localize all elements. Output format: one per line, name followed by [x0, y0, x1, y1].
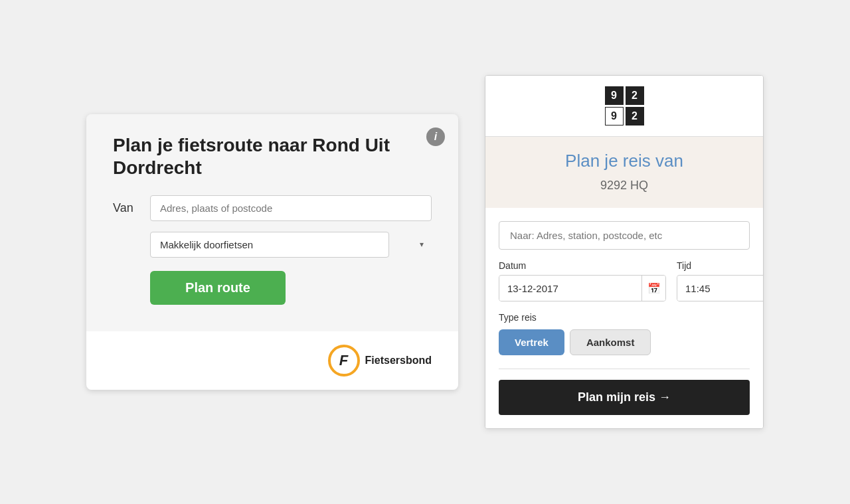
datum-input-wrapper: 📅 — [499, 275, 666, 301]
from-label: Van — [113, 201, 139, 215]
vertrek-button[interactable]: Vertrek — [499, 329, 564, 355]
right-title-section: Plan je reis van 9292 HQ — [485, 137, 763, 209]
tijd-group: Tijd 🕐 — [677, 260, 764, 301]
tijd-label: Tijd — [677, 260, 764, 271]
plan-reis-button[interactable]: Plan mijn reis → — [499, 380, 750, 415]
calendar-icon[interactable]: 📅 — [641, 276, 665, 301]
right-widget: 9 2 9 2 Plan je reis van 9292 HQ Datum 📅… — [485, 75, 764, 430]
datum-label: Datum — [499, 260, 666, 271]
info-icon[interactable]: i — [426, 127, 445, 146]
address-input[interactable] — [150, 195, 432, 221]
plan-route-button[interactable]: Plan route — [150, 271, 286, 305]
right-body: Datum 📅 Tijd 🕐 Type reis Vertrek Aankoms… — [485, 208, 763, 428]
left-title: Plan je fietsroute naar Rond Uit Dordrec… — [113, 134, 432, 179]
from-row: Van — [113, 195, 432, 221]
divider — [499, 369, 750, 369]
tijd-input[interactable] — [677, 276, 764, 301]
left-widget: i Plan je fietsroute naar Rond Uit Dordr… — [86, 114, 458, 389]
right-subtitle: 9292 HQ — [600, 179, 648, 192]
9292-logo: 9 2 9 2 — [605, 86, 644, 126]
logo-cell-2-top: 2 — [626, 86, 644, 105]
right-header: 9 2 9 2 — [485, 76, 763, 137]
datetime-row: Datum 📅 Tijd 🕐 — [499, 260, 750, 301]
tijd-input-wrapper: 🕐 — [677, 275, 764, 301]
logo-cell-2-bottom: 2 — [626, 107, 644, 126]
toggle-buttons: Vertrek Aankomst — [499, 329, 750, 355]
datum-input[interactable] — [499, 276, 641, 301]
left-top-section: i Plan je fietsroute naar Rond Uit Dordr… — [86, 114, 458, 331]
logo-cell-9-bottom: 9 — [605, 107, 624, 126]
fietsersbond-logo: F Fietsersbond — [328, 345, 432, 377]
datum-group: Datum 📅 — [499, 260, 666, 301]
route-type-wrapper: Makkelijk doorfietsen Sportief fietsen S… — [150, 232, 432, 258]
logo-cell-9-top: 9 — [605, 86, 624, 105]
route-type-select[interactable]: Makkelijk doorfietsen Sportief fietsen S… — [150, 232, 389, 258]
chevron-down-icon: ▾ — [420, 240, 424, 249]
type-reis-section: Type reis Vertrek Aankomst — [499, 312, 750, 355]
type-reis-label: Type reis — [499, 312, 750, 323]
fietsersbond-circle-icon: F — [328, 345, 360, 377]
right-title: Plan je reis van 9292 HQ — [499, 150, 750, 195]
naar-input[interactable] — [499, 221, 750, 250]
fietsersbond-label: Fietsersbond — [365, 355, 432, 367]
aankomst-button[interactable]: Aankomst — [570, 329, 651, 355]
left-bottom-section: F Fietsersbond — [86, 331, 458, 390]
